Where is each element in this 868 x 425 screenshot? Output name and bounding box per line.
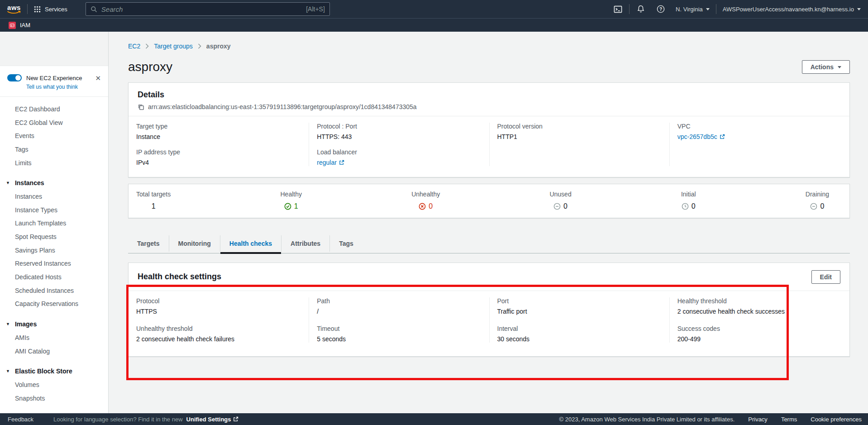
external-link-icon (720, 134, 725, 139)
caret-down-icon: ▼ (6, 322, 10, 326)
section-label: Instances (15, 179, 44, 186)
sidebar-item-savings-plans[interactable]: Savings Plans (0, 244, 108, 257)
new-experience-toggle[interactable] (7, 74, 22, 81)
feedback-link[interactable]: Tell us what you think (26, 84, 108, 90)
chevron-right-icon (198, 43, 201, 49)
summary-healthy: Healthy 1 (280, 191, 301, 210)
chevron-right-icon (145, 43, 149, 49)
sidebar-section-images[interactable]: ▼Images (0, 317, 108, 331)
health-check-grid: ProtocolHTTPS Unhealthy threshold2 conse… (129, 291, 849, 356)
sidebar-item-launch-templates[interactable]: Launch Templates (0, 217, 108, 230)
summary-label: Unhealthy (411, 191, 440, 198)
sidebar-nav: EC2 Dashboard EC2 Global View Events Tag… (0, 97, 108, 405)
details-column: Protocol versionHTTP1 (489, 123, 669, 166)
field-label: VPC (677, 123, 842, 130)
close-icon[interactable]: ✕ (95, 75, 101, 81)
help-icon: ? (657, 5, 665, 13)
sidebar-item-tags[interactable]: Tags (0, 143, 108, 156)
x-circle-icon (419, 203, 426, 210)
sidebar-item-snapshots[interactable]: Snapshots (0, 392, 108, 405)
breadcrumb: EC2 Target groups asproxy (128, 43, 850, 50)
favorite-iam-link[interactable]: IAM (20, 22, 30, 29)
field-label: Port (497, 297, 662, 305)
breadcrumb-target-groups[interactable]: Target groups (154, 43, 193, 50)
field-value: IPv4 (136, 159, 301, 166)
load-balancer-link[interactable]: regular (317, 159, 344, 166)
sidebar-item-ec2-dashboard[interactable]: EC2 Dashboard (0, 102, 108, 116)
iam-service-icon (9, 22, 16, 29)
summary-draining: Draining 0 (806, 191, 829, 210)
cookie-preferences-link[interactable]: Cookie preferences (811, 416, 862, 423)
sidebar-item-ec2-global-view[interactable]: EC2 Global View (0, 116, 108, 129)
tab-monitoring[interactable]: Monitoring (169, 234, 220, 253)
tab-health-checks[interactable]: Health checks (220, 234, 281, 253)
sidebar-item-ami-catalog[interactable]: AMI Catalog (0, 344, 108, 358)
field-label: Success codes (677, 325, 842, 332)
terms-link[interactable]: Terms (781, 416, 797, 423)
vpc-link[interactable]: vpc-2657db5c (677, 133, 725, 140)
tab-attributes[interactable]: Attributes (281, 234, 329, 253)
region-label: N. Virginia (676, 6, 703, 13)
feedback-button[interactable]: Feedback (8, 416, 33, 423)
summary-unhealthy: Unhealthy 0 (411, 191, 440, 210)
sidebar-section-instances[interactable]: ▼Instances (0, 176, 108, 190)
sidebar-item-limits[interactable]: Limits (0, 156, 108, 170)
field-label: Interval (497, 325, 662, 332)
actions-button[interactable]: Actions (802, 60, 850, 74)
external-link-icon (339, 160, 344, 165)
help-button[interactable]: ? (656, 5, 666, 13)
minus-circle-icon (553, 203, 561, 210)
aws-logo-text: aws (7, 4, 21, 11)
aws-logo[interactable]: aws (7, 4, 21, 14)
privacy-link[interactable]: Privacy (748, 416, 768, 423)
bell-icon (637, 5, 645, 13)
tab-targets[interactable]: Targets (128, 234, 169, 253)
sidebar-item-instance-types[interactable]: Instance Types (0, 203, 108, 217)
main-content: EC2 Target groups asproxy asproxy Action… (109, 32, 868, 413)
region-selector[interactable]: N. Virginia (676, 6, 710, 13)
sidebar-item-capacity-reservations[interactable]: Capacity Reservations (0, 297, 108, 311)
topbar-divider (716, 4, 716, 14)
field-label: Target type (136, 123, 301, 130)
field-value: 30 seconds (497, 335, 662, 343)
sidebar-item-reserved-instances[interactable]: Reserved Instances (0, 257, 108, 271)
field-value: HTTP1 (497, 133, 662, 140)
details-title: Details (138, 90, 840, 100)
sidebar-item-spot-requests[interactable]: Spot Requests (0, 230, 108, 244)
tab-tags[interactable]: Tags (330, 234, 362, 253)
field-label: Path (317, 297, 481, 305)
page-header: asproxy Actions (128, 60, 850, 74)
field-value: HTTPS (136, 308, 301, 315)
field-value: 2 consecutive health check successes (677, 308, 842, 315)
search-input[interactable] (101, 5, 302, 13)
topbar-divider (629, 4, 630, 14)
cloudshell-button[interactable] (613, 5, 623, 14)
sidebar-item-dedicated-hosts[interactable]: Dedicated Hosts (0, 270, 108, 284)
sidebar-item-scheduled-instances[interactable]: Scheduled Instances (0, 284, 108, 297)
summary-value: 1 (280, 202, 301, 210)
field-label: Healthy threshold (677, 297, 842, 305)
field-label: Timeout (317, 325, 481, 332)
edit-button[interactable]: Edit (811, 270, 840, 284)
top-navigation-bar: aws Services [Alt+S] ? N. Virginia AWSPo… (0, 0, 868, 18)
breadcrumb-ec2[interactable]: EC2 (128, 43, 140, 50)
field-value: / (317, 308, 481, 315)
copy-icon[interactable] (138, 104, 144, 110)
account-menu[interactable]: AWSPowerUserAccess/navaneeth.kn@harness.… (723, 6, 861, 13)
services-menu-button[interactable]: Services (34, 6, 67, 13)
unified-settings-link[interactable]: Unified Settings (186, 416, 238, 423)
field-label: Protocol : Port (317, 123, 481, 130)
sidebar-item-instances[interactable]: Instances (0, 190, 108, 203)
sidebar-section-elastic-block-store[interactable]: ▼Elastic Block Store (0, 364, 108, 378)
notifications-button[interactable] (636, 5, 646, 13)
summary-unused: Unused 0 (549, 191, 571, 210)
targets-summary-card: Total targets 1 Healthy 1 Unhealthy 0 Un… (128, 184, 850, 218)
chevron-down-icon (706, 8, 710, 10)
summary-label: Draining (806, 191, 829, 198)
sidebar-item-amis[interactable]: AMIs (0, 331, 108, 344)
details-column: Target typeInstance IP address typeIPv4 (129, 123, 309, 166)
global-search[interactable]: [Alt+S] (86, 2, 330, 16)
sidebar-item-volumes[interactable]: Volumes (0, 378, 108, 392)
details-column: VPC vpc-2657db5c (669, 123, 849, 166)
sidebar-item-events[interactable]: Events (0, 129, 108, 143)
